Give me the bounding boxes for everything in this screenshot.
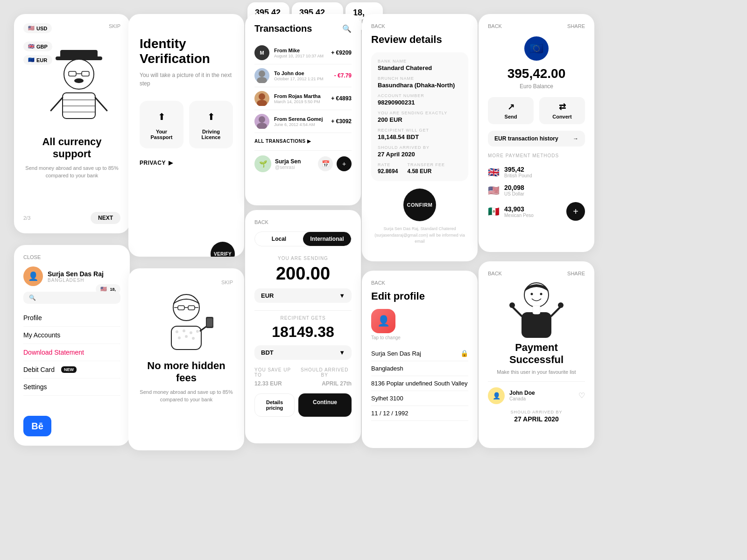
identity-description: You will take a picture of it in the nex… [140, 71, 233, 88]
tx-item-john: To John doe October 17, 2012 1:21 PM - €… [254, 64, 352, 87]
svg-line-42 [551, 307, 561, 316]
download-label: Download Statement [23, 349, 84, 356]
details-pricing-button[interactable]: Details pricing [254, 393, 295, 417]
add-payment-button[interactable]: + [566, 202, 585, 221]
menu-item-debitcard[interactable]: Debit Card NEW [23, 361, 120, 378]
tx-avatar-r [254, 91, 269, 106]
arrow-right-icon: → [573, 135, 578, 142]
tx-date-john: October 17, 2012 1:21 PM [274, 77, 330, 81]
verify-button[interactable]: VERIFY [211, 242, 235, 257]
all-transactions-link[interactable]: ALL TRANSACTIONS ▶ [254, 139, 352, 144]
driving-licence-option[interactable]: ⬆ Driving Licence [189, 101, 233, 148]
arrive-date: APRIL 27th [297, 380, 352, 387]
card-identity: Identity Verification You will take a pi… [128, 14, 244, 257]
success-back-link[interactable]: BACK [488, 271, 502, 276]
search-icon[interactable]: 🔍 [342, 24, 352, 33]
hidden-fees-description: Send money abroad and save up to 85% com… [140, 388, 233, 404]
profile-field-city[interactable]: Sylhet 3100 [371, 391, 468, 406]
success-arrive-date: 27 APRIL 2020 [488, 415, 585, 423]
recipient-label: RECIPIENT WILL GET [378, 128, 462, 133]
user-name: Surja Sen Das Raj [48, 270, 104, 278]
skip-button-2[interactable]: SKIP [221, 280, 233, 285]
svg-point-43 [509, 302, 515, 308]
privacy-link[interactable]: PRIVACY ▶ [140, 160, 233, 166]
convert-action[interactable]: ⇄ Convert [539, 97, 585, 124]
user-country: BANGLADESH [48, 278, 104, 283]
more-payments-label: MORE PAYMENT METHODS [488, 153, 585, 158]
behance-badge[interactable]: Bē [23, 416, 51, 436]
review-back-link[interactable]: BACK [371, 23, 468, 29]
tx-name-serena: From Serena Gomej [274, 116, 326, 122]
svg-point-16 [257, 100, 267, 106]
sidebar-close[interactable]: CLOSE [23, 254, 120, 260]
next-button[interactable]: NEXT [91, 212, 120, 224]
tap-change-label[interactable]: Tap to change [371, 335, 468, 340]
profile-photo[interactable]: 👤 [371, 309, 395, 333]
payment-mxn: 🇲🇽 43,903 Mexican Peso + [488, 199, 585, 224]
search-icon: 🔍 [29, 294, 36, 301]
card-euro: BACK SHARE 🇪🇺 395,42.00 Euro Balance ↗ S… [479, 14, 594, 252]
fav-user-country: Canada [509, 396, 535, 401]
menu-item-profile[interactable]: Profile [23, 309, 120, 327]
card-send: BACK Local International YOU ARE SENDING… [245, 210, 361, 443]
branch-name-label: BRUNCH NAME [378, 76, 462, 81]
review-title: Review details [371, 34, 468, 46]
success-share-link[interactable]: SHARE [567, 271, 585, 276]
tx-history-link[interactable]: EUR transaction history → [488, 131, 585, 147]
menu-item-download[interactable]: Download Statement [23, 344, 120, 361]
account-number-label: ACCOUNT NUMBER [378, 93, 462, 98]
gbp-amount: 395,42 [504, 166, 585, 173]
svg-point-6 [74, 78, 84, 83]
menu-item-settings[interactable]: Settings [23, 378, 120, 396]
mxn-amount: 43,903 [504, 205, 562, 213]
person-with-phone-svg [158, 290, 214, 350]
profile-field-address[interactable]: 8136 Poplar undefined South Valley [371, 376, 468, 391]
arrow-right-icon: ▶ [169, 160, 173, 166]
tx-amount-mike: + €9209 [331, 49, 352, 56]
tx-person-icon-j [254, 68, 269, 83]
svg-point-37 [531, 293, 533, 295]
edit-profile-title: Edit profile [371, 290, 468, 302]
us-flag-sidebar: 🇺🇸18, [96, 284, 120, 294]
international-tab[interactable]: International [303, 232, 351, 246]
save-label: YOU SAVE UP TO [254, 367, 297, 378]
calendar-icon[interactable]: 📅 [318, 156, 333, 171]
skip-button[interactable]: SKIP [109, 23, 120, 33]
euro-share-link[interactable]: SHARE [567, 23, 585, 29]
profile-field-country[interactable]: Bangladesh [371, 361, 468, 376]
heart-icon[interactable]: ♡ [578, 391, 585, 400]
local-tab[interactable]: Local [255, 232, 303, 246]
add-send-button[interactable]: + [337, 156, 352, 171]
profile-name-value: Surja Sen Das Raj [371, 350, 421, 357]
continue-button[interactable]: Continue [298, 393, 352, 417]
upload-passport-icon: ⬆ [154, 109, 169, 124]
svg-line-12 [95, 98, 107, 111]
svg-point-38 [540, 293, 543, 295]
edit-profile-back-link[interactable]: BACK [371, 280, 468, 286]
fee-label: TRANSFER FEE [407, 162, 445, 167]
passport-option[interactable]: ⬆ Your Passport [140, 101, 183, 148]
svg-point-32 [192, 337, 195, 340]
fees-illustration [156, 290, 217, 350]
currency-select-bdt[interactable]: BDT ▼ [254, 345, 352, 360]
hidden-fees-title: No more hidden fees [140, 360, 233, 385]
send-arrow-icon: ↗ [507, 102, 514, 112]
euro-balance-amount: 395,42.00 [488, 66, 585, 81]
success-illustration [508, 281, 564, 337]
send-back-link[interactable]: BACK [254, 219, 352, 225]
svg-rect-39 [521, 312, 551, 338]
sidebar-user: 👤 Surja Sen Das Raj BANGLADESH [23, 266, 120, 286]
euro-back-link[interactable]: BACK [488, 23, 502, 29]
profile-field-dob[interactable]: 11 / 12 / 1992 [371, 406, 468, 421]
send-action[interactable]: ↗ Send [488, 97, 534, 124]
send-user-avatar: 🌱 [254, 155, 271, 172]
confirm-button[interactable]: CONFIRM [403, 189, 436, 221]
tx-amount-rojas: + €4893 [331, 95, 352, 102]
svg-point-26 [176, 330, 178, 333]
currency-select-eur[interactable]: EUR ▼ [254, 288, 352, 303]
save-amount: 12.33 EUR [254, 380, 297, 387]
euro-balance-label: Euro Balance [488, 83, 585, 90]
arrow-right-icon: ▶ [307, 139, 311, 144]
menu-item-accounts[interactable]: My Accounts [23, 327, 120, 344]
payment-success-description: Make this user in your favourite list [488, 369, 585, 375]
